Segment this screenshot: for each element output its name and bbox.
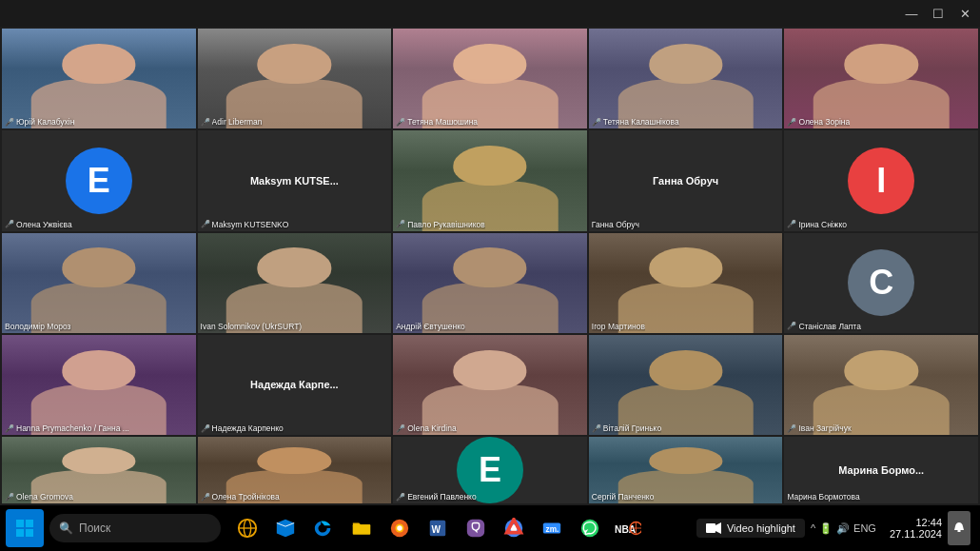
edge-icon[interactable] bbox=[306, 511, 341, 545]
search-bar[interactable]: 🔍 Поиск bbox=[49, 514, 221, 542]
svg-rect-7 bbox=[353, 524, 370, 534]
video-cell-p17[interactable]: Надежда Карпе... 🎤 Надежда Карпенко bbox=[198, 335, 392, 435]
video-cell-p22[interactable]: 🎤 Олена Тройнікова bbox=[198, 437, 392, 503]
svg-text:zm.: zm. bbox=[546, 525, 559, 534]
close-button[interactable]: ✕ bbox=[957, 6, 972, 21]
video-cell-p18[interactable]: 🎤 Olena Kirdina bbox=[393, 335, 587, 435]
svg-text:W: W bbox=[432, 524, 441, 535]
browser-icon[interactable] bbox=[230, 511, 265, 545]
video-cell-p25[interactable]: Марина Бормо... Марина Бормотова bbox=[784, 437, 978, 503]
video-highlight-area[interactable]: Video highlight bbox=[696, 519, 805, 538]
svg-rect-23 bbox=[706, 523, 715, 533]
video-cell-p16[interactable]: 🎤 Hanna Prymachenko / Ганна ... bbox=[2, 335, 196, 435]
viber-icon[interactable] bbox=[459, 511, 493, 545]
chevron-icon[interactable]: ^ bbox=[811, 522, 815, 534]
video-cell-p8[interactable]: 🎤 Павло Рукавішников bbox=[393, 130, 587, 230]
time-display: 12:44 bbox=[915, 517, 942, 528]
video-cell-p11[interactable]: Володимір Мороз bbox=[2, 233, 196, 333]
date-display: 27.11.2024 bbox=[890, 528, 942, 540]
video-cell-p4[interactable]: 🎤 Тетяна Калашнікова bbox=[589, 29, 783, 128]
whatsapp-icon[interactable] bbox=[573, 511, 607, 545]
files-icon[interactable] bbox=[344, 511, 379, 545]
taskbar: 🔍 Поиск bbox=[0, 505, 980, 551]
video-cell-p21[interactable]: 🎤 Olena Gromova bbox=[2, 437, 196, 503]
video-cell-p13[interactable]: Андрій Євтушенко bbox=[393, 233, 587, 333]
minimize-button[interactable]: — bbox=[904, 6, 919, 21]
video-cell-p10[interactable]: I 🎤 Ірина Сніжко bbox=[784, 130, 978, 230]
video-cell-p1[interactable]: 🎤 Юрій Калабухін bbox=[2, 29, 196, 128]
video-grid: 🎤 Юрій Калабухін 🎤 Adir Liberman bbox=[0, 27, 980, 505]
system-tray: ^ 🔋 🔊 ENG bbox=[811, 522, 876, 535]
clock[interactable]: 12:44 27.11.2024 bbox=[890, 517, 942, 540]
titlebar: — ☐ ✕ bbox=[0, 0, 980, 27]
video-cell-p5[interactable]: 🎤 Олена Зоріна bbox=[784, 29, 978, 128]
network-icon: 🔋 bbox=[819, 522, 833, 535]
video-cell-p2[interactable]: 🎤 Adir Liberman bbox=[198, 29, 392, 128]
notification-icon bbox=[952, 521, 966, 535]
video-cell-p20[interactable]: 🎤 Іван Загрійчук bbox=[784, 335, 978, 435]
taskbar-right: Video highlight ^ 🔋 🔊 ENG 12:44 27.11.20… bbox=[696, 511, 974, 545]
zoom-icon[interactable]: zm. bbox=[535, 511, 569, 545]
video-cell-p3[interactable]: 🎤 Тетяна Машошина bbox=[393, 29, 587, 128]
svg-rect-2 bbox=[16, 529, 24, 537]
video-cell-p9[interactable]: Ганна Обруч Ганна Обруч bbox=[589, 130, 783, 230]
svg-rect-1 bbox=[26, 520, 33, 527]
language-label[interactable]: ENG bbox=[853, 522, 876, 534]
svg-rect-3 bbox=[26, 529, 33, 537]
video-cell-p15[interactable]: C 🎤 Станіслав Лапта bbox=[784, 233, 978, 333]
video-cell-p23[interactable]: E 🎤 Евгений Павленко bbox=[393, 437, 587, 503]
firefox-icon[interactable] bbox=[382, 511, 417, 545]
nba-icon[interactable]: NBA bbox=[611, 511, 645, 545]
maximize-button[interactable]: ☐ bbox=[931, 6, 946, 21]
video-cell-p12[interactable]: Ivan Solomnikov (UkrSURT) bbox=[198, 233, 392, 333]
word-icon[interactable]: W bbox=[421, 511, 455, 545]
start-button[interactable] bbox=[6, 509, 44, 547]
notifications-button[interactable] bbox=[948, 511, 970, 545]
video-highlight-label: Video highlight bbox=[727, 522, 795, 534]
video-cell-p14[interactable]: Ігор Мартинов bbox=[589, 233, 783, 333]
speaker-icon[interactable]: 🔊 bbox=[836, 522, 850, 535]
explorer-icon[interactable] bbox=[268, 511, 303, 545]
svg-rect-26 bbox=[958, 530, 961, 532]
video-cell-p19[interactable]: 🎤 Віталій Гринько bbox=[589, 335, 783, 435]
taskbar-app-icons: W zm. bbox=[223, 511, 695, 545]
video-icon bbox=[706, 522, 721, 534]
search-label: Поиск bbox=[79, 521, 110, 535]
video-cell-p24[interactable]: Сергій Панченко bbox=[589, 437, 783, 503]
search-icon: 🔍 bbox=[59, 521, 73, 535]
chrome-icon[interactable] bbox=[497, 511, 531, 545]
svg-rect-0 bbox=[16, 520, 24, 527]
video-cell-p7[interactable]: Maksym KUTSE... 🎤 Maksym KUTSENKO bbox=[198, 130, 392, 230]
svg-rect-13 bbox=[467, 520, 484, 537]
video-cell-p6[interactable]: E 🎤 Олена Ужвієва bbox=[2, 130, 196, 230]
svg-point-10 bbox=[397, 525, 402, 531]
svg-marker-24 bbox=[715, 522, 721, 534]
